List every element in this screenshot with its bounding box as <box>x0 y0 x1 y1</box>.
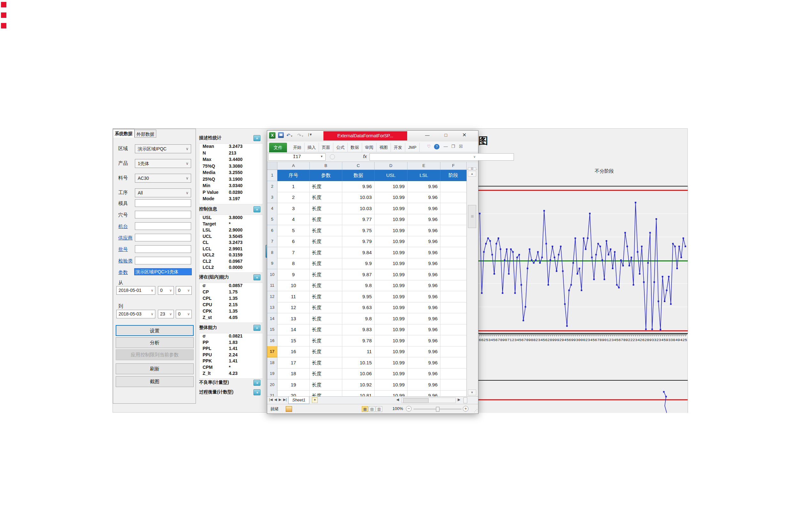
field-label-8[interactable]: 批号 <box>118 247 128 252</box>
cell[interactable]: 10.03 <box>342 203 375 214</box>
field-input-7[interactable] <box>135 234 191 242</box>
cell[interactable]: 11 <box>277 291 310 302</box>
cell[interactable]: 长度 <box>310 203 342 214</box>
zoom-out-icon[interactable]: − <box>406 406 412 412</box>
cell[interactable] <box>440 214 467 225</box>
cell[interactable]: 长度 <box>310 346 342 357</box>
row-header-4[interactable]: 4 <box>267 203 277 214</box>
cell[interactable] <box>440 291 467 302</box>
cell[interactable] <box>440 357 467 368</box>
cell[interactable] <box>440 203 467 214</box>
hscroll-right-icon[interactable]: ▶ <box>458 398 460 402</box>
cell[interactable]: 长度 <box>310 225 342 236</box>
cell[interactable]: 10.99 <box>375 192 407 203</box>
cell[interactable]: 9.96 <box>407 269 440 280</box>
cell[interactable]: LSL <box>407 170 440 181</box>
excel-titlebar[interactable]: X ↶▼ ↷▼ |▼ ExternalDataFormatForSP... — … <box>267 131 478 141</box>
collapse-section-icon[interactable]: « <box>253 325 260 331</box>
ribbon-tab-8[interactable]: JMP <box>405 143 420 152</box>
cell[interactable]: 6 <box>277 236 310 247</box>
cell[interactable] <box>440 247 467 258</box>
ribbon-minimize-icon[interactable]: — <box>443 144 448 149</box>
vertical-scrollbar[interactable]: ⊟ ▲ ▼ <box>467 170 477 396</box>
cell[interactable]: 18 <box>277 368 310 379</box>
cell[interactable]: 10.99 <box>375 236 407 247</box>
tab-system-data[interactable]: 系统数据 <box>113 129 134 138</box>
row-header-9[interactable]: 9 <box>267 258 277 269</box>
from-datetime-part-1[interactable]: 0∨ <box>158 286 174 295</box>
horizontal-scrollbar[interactable] <box>401 398 456 403</box>
cell[interactable]: 9.9 <box>342 258 375 269</box>
cell[interactable] <box>440 379 467 391</box>
cell[interactable]: 10.99 <box>375 379 407 391</box>
cell[interactable]: 长度 <box>310 258 342 269</box>
first-sheet-icon[interactable]: |◀ <box>269 398 273 402</box>
cell[interactable]: 9.96 <box>407 291 440 302</box>
button-3[interactable]: 刷新 <box>116 363 194 374</box>
cell[interactable]: 长度 <box>310 390 342 396</box>
cell[interactable]: USL <box>375 170 407 181</box>
field-label-6[interactable]: 机台 <box>118 224 128 230</box>
zoom-in-icon[interactable]: + <box>463 406 469 412</box>
cell[interactable]: 9.95 <box>342 291 375 302</box>
cell[interactable]: 长度 <box>310 357 342 368</box>
scroll-up-icon[interactable]: ▲ <box>468 171 476 176</box>
row-header-5[interactable]: 5 <box>267 214 277 225</box>
cell[interactable]: 10.99 <box>375 368 407 379</box>
cell[interactable] <box>440 269 467 280</box>
cell[interactable]: 10.99 <box>375 214 407 225</box>
cell[interactable]: 10.99 <box>375 181 407 192</box>
cell[interactable]: 10.99 <box>375 247 407 258</box>
cell[interactable]: 9.8 <box>342 280 375 291</box>
zoom-level[interactable]: 100% <box>393 406 403 411</box>
ribbon-tab-4[interactable]: 数据 <box>348 143 362 152</box>
cell[interactable]: 9.8 <box>342 313 375 324</box>
cell[interactable]: 14 <box>277 324 310 335</box>
row-header-3[interactable]: 3 <box>267 192 277 203</box>
ribbon-tab-0[interactable]: 开始 <box>290 143 305 152</box>
collapse-section-icon[interactable]: « <box>253 274 260 280</box>
ribbon-tab-7[interactable]: 开发 <box>391 143 405 152</box>
cell[interactable] <box>440 192 467 203</box>
help-icon[interactable]: ? <box>434 144 439 149</box>
field-input-4[interactable] <box>135 199 191 207</box>
field-input-9[interactable] <box>135 257 191 264</box>
cell[interactable]: 9 <box>277 269 310 280</box>
row-header-6[interactable]: 6 <box>267 225 277 236</box>
formula-bar-expand-icon[interactable]: ∨ <box>473 155 476 158</box>
cell[interactable]: 10.15 <box>342 357 375 368</box>
resize-grip[interactable]: ⋰ <box>474 408 477 413</box>
column-header-A[interactable]: A <box>277 162 310 170</box>
name-box[interactable]: I17 <box>268 153 326 160</box>
cell[interactable]: 7 <box>277 247 310 258</box>
cell[interactable]: 2 <box>277 192 310 203</box>
collapse-section-icon[interactable]: « <box>253 206 260 212</box>
cell[interactable]: 9.77 <box>342 214 375 225</box>
spreadsheet-grid[interactable]: 1序号参数数据USLLSL阶段21长度9.9610.999.9632长度10.0… <box>267 170 467 396</box>
page-layout-view-icon[interactable]: ▤ <box>369 406 375 412</box>
close-button[interactable]: ✕ <box>458 131 470 139</box>
maximize-button[interactable]: □ <box>440 131 452 139</box>
save-icon[interactable] <box>278 132 284 138</box>
cell[interactable]: 长度 <box>310 280 342 291</box>
to-datetime-part-1[interactable]: 23∨ <box>158 310 174 318</box>
cell[interactable]: 9.75 <box>342 225 375 236</box>
cell[interactable]: 10.99 <box>375 335 407 346</box>
cell[interactable]: 9.96 <box>407 379 440 391</box>
cell[interactable]: 9.96 <box>407 324 440 335</box>
minimize-button[interactable]: — <box>421 131 433 139</box>
cell[interactable]: 9.96 <box>407 357 440 368</box>
column-header-D[interactable]: D <box>375 162 407 170</box>
expand-section-icon[interactable]: « <box>253 380 260 386</box>
field-label-7[interactable]: 供应商 <box>118 235 133 241</box>
cell[interactable] <box>440 335 467 346</box>
cell[interactable] <box>440 324 467 335</box>
vscroll-thumb[interactable] <box>468 205 476 228</box>
cell[interactable]: 9.96 <box>342 181 375 192</box>
ribbon-tab-1[interactable]: 插入 <box>305 143 319 152</box>
cell[interactable]: 10.92 <box>342 379 375 391</box>
last-sheet-icon[interactable]: ▶| <box>283 398 287 402</box>
cell[interactable]: 9.83 <box>342 324 375 335</box>
from-datetime-part-0[interactable]: 2018-05-01∨ <box>116 286 155 295</box>
cell[interactable] <box>440 280 467 291</box>
